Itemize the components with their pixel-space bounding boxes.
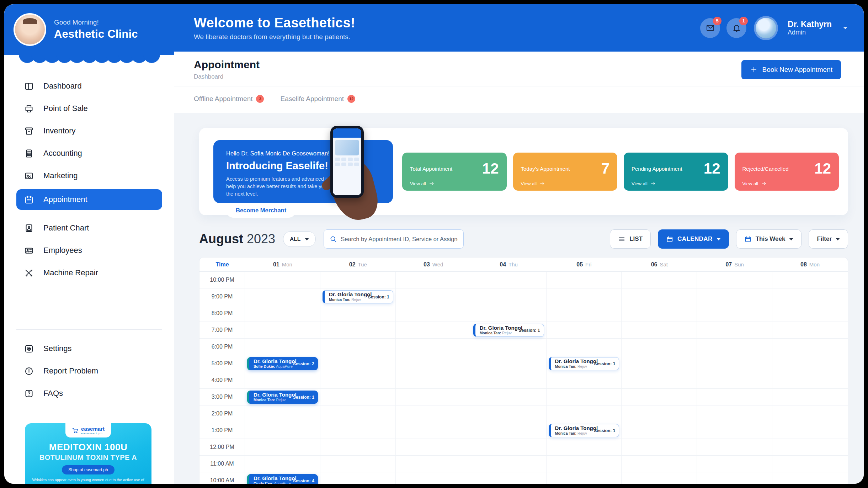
- calendar-cell[interactable]: [697, 339, 772, 355]
- calendar-cell[interactable]: [622, 439, 697, 456]
- week-range-dropdown[interactable]: This Week: [736, 229, 802, 249]
- appointment-event[interactable]: Dr. Gloria TongolCindy Can: AquaPureSess…: [247, 474, 318, 484]
- calendar-cell[interactable]: [471, 339, 547, 355]
- calendar-cell[interactable]: [697, 288, 772, 305]
- calendar-cell[interactable]: [396, 288, 471, 305]
- calendar-cell[interactable]: [772, 355, 848, 372]
- calendar-cell[interactable]: [697, 305, 772, 322]
- sidebar-item-faqs[interactable]: FAQs: [16, 384, 162, 402]
- calendar-cell[interactable]: [772, 339, 848, 355]
- calendar-cell[interactable]: [547, 272, 622, 288]
- calendar-cell[interactable]: [320, 372, 396, 389]
- view-all-link[interactable]: View all: [632, 181, 720, 186]
- calendar-cell[interactable]: [320, 422, 396, 439]
- calendar-cell[interactable]: [320, 322, 396, 339]
- calendar-cell[interactable]: [772, 422, 848, 439]
- search-input[interactable]: [341, 236, 458, 243]
- calendar-cell[interactable]: [320, 355, 396, 372]
- calendar-cell[interactable]: [622, 339, 697, 355]
- sidebar-item-employees[interactable]: Employees: [16, 242, 162, 259]
- calendar-cell[interactable]: [245, 305, 320, 322]
- calendar-cell[interactable]: [772, 372, 848, 389]
- all-filter-dropdown[interactable]: ALL: [283, 231, 316, 247]
- sidebar-item-marketing[interactable]: Marketing: [16, 167, 162, 185]
- calendar-cell[interactable]: [772, 288, 848, 305]
- view-all-link[interactable]: View all: [521, 181, 610, 186]
- ad-banner[interactable]: easemart easemart.ph MEDITOXIN 100U BOTU…: [25, 423, 151, 484]
- calendar-cell[interactable]: [697, 439, 772, 456]
- clinic-avatar[interactable]: [14, 13, 46, 46]
- calendar-cell[interactable]: [772, 472, 848, 484]
- calendar-cell[interactable]: [697, 422, 772, 439]
- calendar-cell[interactable]: [622, 405, 697, 422]
- calendar-cell[interactable]: [547, 439, 622, 456]
- calendar-cell[interactable]: [772, 405, 848, 422]
- calendar-cell[interactable]: [396, 456, 471, 472]
- sidebar-item-report-problem[interactable]: Report Problem: [16, 362, 162, 380]
- calendar-cell[interactable]: [547, 305, 622, 322]
- calendar-cell[interactable]: [396, 472, 471, 484]
- sidebar-item-patient-chart[interactable]: Patient Chart: [16, 219, 162, 237]
- calendar-cell[interactable]: [320, 439, 396, 456]
- calendar-cell[interactable]: Dr. Gloria TongolMonica Tan: RejuvSessio…: [320, 288, 396, 305]
- calendar-cell[interactable]: [320, 405, 396, 422]
- sidebar-item-settings[interactable]: Settings: [16, 340, 162, 357]
- appointment-event[interactable]: Dr. Gloria TongolMonica Tan: RejuvSessio…: [247, 391, 318, 404]
- calendar-cell[interactable]: [622, 272, 697, 288]
- calendar-cell[interactable]: [245, 322, 320, 339]
- calendar-cell[interactable]: [396, 272, 471, 288]
- calendar-cell[interactable]: [245, 339, 320, 355]
- calendar-cell[interactable]: [320, 472, 396, 484]
- calendar-cell[interactable]: [396, 439, 471, 456]
- calendar-cell[interactable]: [772, 389, 848, 405]
- calendar-cell[interactable]: Dr. Gloria TongolCindy Can: AquaPureSess…: [245, 472, 320, 484]
- calendar-cell[interactable]: [622, 372, 697, 389]
- calendar-cell[interactable]: [547, 472, 622, 484]
- calendar-cell[interactable]: [471, 422, 547, 439]
- calendar-cell[interactable]: [245, 272, 320, 288]
- calendar-cell[interactable]: [622, 355, 697, 372]
- calendar-cell[interactable]: [396, 322, 471, 339]
- filter-dropdown[interactable]: Filter: [809, 229, 848, 249]
- sidebar-item-point-of-sale[interactable]: Point of Sale: [16, 100, 162, 117]
- calendar-cell[interactable]: [320, 272, 396, 288]
- calendar-cell[interactable]: [622, 422, 697, 439]
- calendar-cell[interactable]: [396, 405, 471, 422]
- become-merchant-button[interactable]: Become Merchant: [226, 203, 296, 218]
- calendar-cell[interactable]: [471, 405, 547, 422]
- calendar-cell[interactable]: [471, 456, 547, 472]
- calendar-cell[interactable]: [471, 439, 547, 456]
- user-avatar[interactable]: [756, 18, 776, 38]
- sidebar-item-machine-repair[interactable]: Machine Repair: [16, 264, 162, 282]
- tab-easelife-appointment[interactable]: Easelife Appointment12: [280, 95, 355, 103]
- calendar-cell[interactable]: [622, 472, 697, 484]
- calendar-cell[interactable]: [245, 405, 320, 422]
- calendar-cell[interactable]: [245, 456, 320, 472]
- appointment-event[interactable]: Dr. Gloria TongolMonica Tan: RejuvSessio…: [473, 324, 544, 337]
- calendar-cell[interactable]: [697, 355, 772, 372]
- calendar-cell[interactable]: [772, 305, 848, 322]
- calendar-cell[interactable]: [547, 372, 622, 389]
- sidebar-item-inventory[interactable]: Inventory: [16, 122, 162, 140]
- calendar-cell[interactable]: [622, 456, 697, 472]
- calendar-cell[interactable]: [547, 389, 622, 405]
- calendar-cell[interactable]: [320, 389, 396, 405]
- calendar-cell[interactable]: [772, 456, 848, 472]
- book-new-appointment-button[interactable]: Book New Appointment: [741, 60, 841, 79]
- calendar-cell[interactable]: [697, 389, 772, 405]
- calendar-cell[interactable]: [622, 288, 697, 305]
- calendar-cell[interactable]: [697, 272, 772, 288]
- calendar-cell[interactable]: Dr. Gloria TongolMonica Tan: RejuvSessio…: [245, 389, 320, 405]
- chevron-down-icon[interactable]: [842, 25, 849, 32]
- appointment-event[interactable]: Dr. Gloria TongolMonica Tan: RejuvSessio…: [549, 424, 619, 437]
- calendar-cell[interactable]: [772, 272, 848, 288]
- calendar-cell[interactable]: [245, 372, 320, 389]
- appointment-event[interactable]: Dr. Gloria TongolMonica Tan: RejuvSessio…: [323, 290, 393, 303]
- calendar-cell[interactable]: [471, 305, 547, 322]
- calendar-cell[interactable]: [471, 472, 547, 484]
- ad-shop-button[interactable]: Shop at easemart.ph: [62, 465, 114, 474]
- calendar-cell[interactable]: [471, 288, 547, 305]
- calendar-cell[interactable]: [622, 322, 697, 339]
- calendar-cell[interactable]: [471, 389, 547, 405]
- calendar-cell[interactable]: Dr. Gloria TongolMonica Tan: RejuvSessio…: [547, 355, 622, 372]
